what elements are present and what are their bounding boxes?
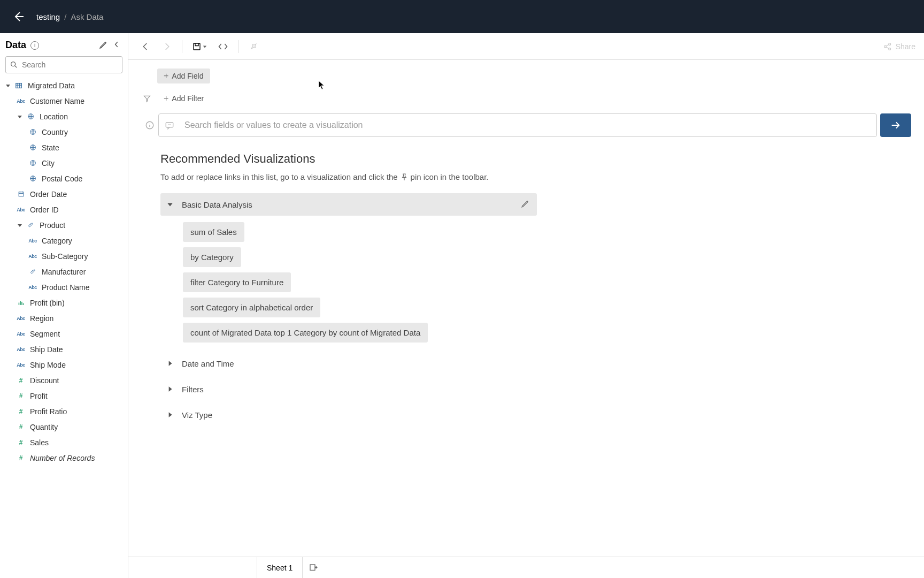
- clip-icon: [28, 268, 37, 276]
- field-item[interactable]: Postal Code: [0, 171, 128, 186]
- field-item[interactable]: AbcProduct Name: [0, 279, 128, 295]
- field-label: Discount: [30, 376, 59, 385]
- feedback-icon[interactable]: [159, 114, 180, 136]
- sheet-tab[interactable]: Sheet 1: [257, 557, 303, 578]
- field-item[interactable]: AbcSub-Category: [0, 248, 128, 264]
- field-item[interactable]: Manufacturer: [0, 264, 128, 279]
- caret-down-icon: [16, 113, 24, 120]
- suggestion-chip[interactable]: sort Category in alphabetical order: [183, 298, 320, 317]
- suggestion-chip[interactable]: filter Category to Furniture: [183, 272, 291, 292]
- suggestion-chip[interactable]: by Category: [183, 247, 241, 267]
- sheet-tab-label: Sheet 1: [267, 564, 292, 572]
- accordion-header[interactable]: Basic Data Analysis: [160, 193, 537, 216]
- field-label: Product: [40, 221, 65, 230]
- breadcrumb-root[interactable]: testing: [36, 12, 60, 21]
- chevron-icon: [167, 412, 176, 418]
- table-icon: [14, 82, 24, 89]
- data-sidebar: Data i Migrated Data: [0, 33, 128, 578]
- field-item[interactable]: AbcRegion: [0, 310, 128, 326]
- sidebar-title: Data: [5, 40, 26, 51]
- field-item[interactable]: Country: [0, 124, 128, 140]
- nl-search-bar: [158, 113, 877, 137]
- field-item[interactable]: AbcCategory: [0, 233, 128, 248]
- recommendations-title: Recommended Visualizations: [160, 152, 537, 166]
- new-sheet-button[interactable]: [303, 557, 324, 578]
- share-label: Share: [896, 42, 915, 51]
- globe-icon: [26, 113, 35, 120]
- field-item[interactable]: #Profit: [0, 388, 128, 404]
- accordion-header[interactable]: Date and Time: [160, 352, 537, 375]
- field-item[interactable]: #Number of Records: [0, 450, 128, 466]
- field-item[interactable]: Location: [0, 109, 128, 124]
- globe-icon: [28, 128, 37, 136]
- field-label: Region: [30, 314, 53, 323]
- field-item[interactable]: #Sales: [0, 435, 128, 450]
- nl-search-input[interactable]: [180, 114, 876, 136]
- pin-icon: [400, 173, 409, 181]
- edit-pencil-icon[interactable]: [99, 41, 109, 50]
- field-item[interactable]: City: [0, 155, 128, 171]
- field-item[interactable]: AbcShip Mode: [0, 357, 128, 372]
- breadcrumb-current: Ask Data: [71, 12, 103, 21]
- text-type-icon: Abc: [28, 237, 37, 245]
- filter-icon: [141, 94, 153, 103]
- field-label: Order ID: [30, 206, 59, 214]
- field-item[interactable]: #Discount: [0, 372, 128, 388]
- save-dropdown[interactable]: [189, 38, 210, 55]
- accordion-label: Viz Type: [182, 410, 530, 420]
- submit-button[interactable]: [880, 113, 911, 137]
- field-item[interactable]: Product: [0, 217, 128, 233]
- field-item[interactable]: #Quantity: [0, 419, 128, 435]
- accordion-header[interactable]: Viz Type: [160, 404, 537, 426]
- field-item[interactable]: #Profit Ratio: [0, 404, 128, 419]
- field-label: Postal Code: [42, 174, 82, 183]
- field-label: Segment: [30, 330, 60, 338]
- accordion-body: sum of Salesby Categoryfilter Category t…: [160, 216, 537, 349]
- add-filter-label: Add Filter: [172, 94, 204, 103]
- suggestion-chip[interactable]: count of Migrated Data top 1 Category by…: [183, 323, 428, 343]
- field-item[interactable]: AbcOrder ID: [0, 202, 128, 217]
- svg-rect-10: [21, 302, 22, 305]
- field-label: Product Name: [42, 283, 89, 292]
- text-type-icon: Abc: [16, 361, 26, 369]
- globe-icon: [28, 144, 37, 151]
- text-type-icon: Abc: [28, 284, 37, 291]
- redo-button: [158, 38, 175, 55]
- field-label: City: [42, 159, 55, 168]
- code-button[interactable]: [214, 38, 232, 55]
- undo-button[interactable]: [137, 38, 154, 55]
- info-icon[interactable]: i: [30, 41, 39, 50]
- field-tree: Migrated Data AbcCustomer NameLocationCo…: [0, 78, 128, 578]
- calendar-icon: [16, 191, 26, 198]
- breadcrumb: testing / Ask Data: [36, 12, 103, 21]
- collapse-sidebar-icon[interactable]: [113, 41, 122, 50]
- number-type-icon: #: [16, 439, 26, 446]
- field-item[interactable]: AbcSegment: [0, 326, 128, 341]
- main-panel: Share + Add Field + Add Filter: [128, 33, 924, 578]
- pin-toolbar-button: [245, 38, 262, 55]
- field-label: Ship Date: [30, 345, 63, 354]
- edit-pencil-icon[interactable]: [521, 200, 530, 209]
- field-label: State: [42, 143, 59, 152]
- datasource-node[interactable]: Migrated Data: [0, 78, 128, 93]
- add-filter-button[interactable]: + Add Filter: [157, 91, 210, 106]
- field-item[interactable]: Order Date: [0, 186, 128, 202]
- back-arrow-icon[interactable]: [12, 10, 25, 23]
- accordion-header[interactable]: Filters: [160, 378, 537, 400]
- recommendations-subtitle: To add or replace links in this list, go…: [160, 172, 537, 181]
- field-item[interactable]: Profit (bin): [0, 295, 128, 310]
- field-label: Profit: [30, 392, 48, 400]
- field-label: Country: [42, 128, 68, 136]
- field-item[interactable]: AbcShip Date: [0, 341, 128, 357]
- add-field-button[interactable]: + Add Field: [157, 69, 210, 83]
- field-item[interactable]: AbcCustomer Name: [0, 93, 128, 109]
- info-icon[interactable]: [141, 113, 158, 137]
- number-type-icon: #: [16, 377, 26, 384]
- field-item[interactable]: State: [0, 140, 128, 155]
- chevron-icon: [167, 201, 176, 208]
- field-label: Sales: [30, 438, 49, 447]
- globe-icon: [28, 175, 37, 182]
- suggestion-chip[interactable]: sum of Sales: [183, 222, 244, 242]
- number-type-icon: #: [16, 392, 26, 400]
- field-search-input[interactable]: [5, 56, 122, 73]
